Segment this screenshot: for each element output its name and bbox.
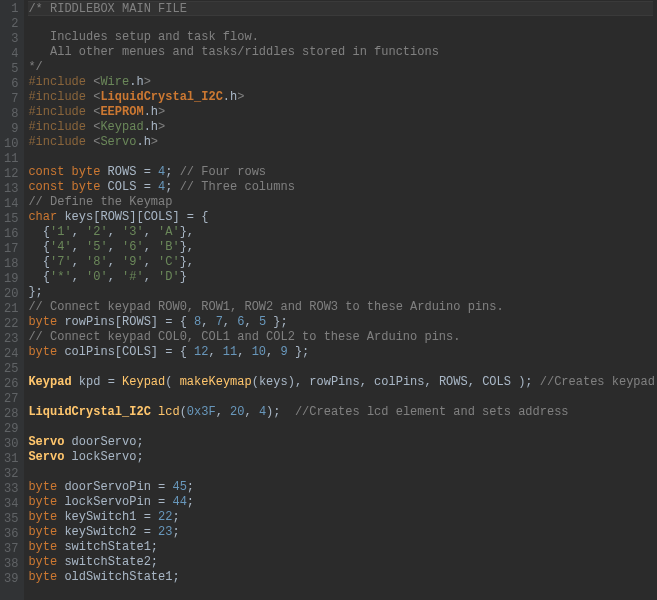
code-line[interactable]: #include <Keypad.h>	[28, 120, 653, 135]
line-number: 7	[4, 92, 18, 107]
code-line[interactable]: */	[28, 60, 653, 75]
code-line[interactable]: // Connect keypad COL0, COL1 and COL2 to…	[28, 330, 653, 345]
code-line[interactable]: {'4', '5', '6', 'B'},	[28, 240, 653, 255]
line-number: 36	[4, 527, 18, 542]
line-number: 8	[4, 107, 18, 122]
line-number: 14	[4, 197, 18, 212]
code-line[interactable]	[28, 390, 653, 405]
line-number: 16	[4, 227, 18, 242]
code-line[interactable]: Includes setup and task flow.	[28, 30, 653, 45]
code-line[interactable]	[28, 465, 653, 480]
code-line[interactable]: /* RIDDLEBOX MAIN FILE	[28, 1, 653, 16]
code-line[interactable]: byte switchState2;	[28, 555, 653, 570]
code-editor[interactable]: 1234567891011121314151617181920212223242…	[0, 0, 657, 600]
line-number: 32	[4, 467, 18, 482]
line-number: 13	[4, 182, 18, 197]
code-line[interactable]: #include <LiquidCrystal_I2C.h>	[28, 90, 653, 105]
code-line[interactable]: const byte COLS = 4; // Three columns	[28, 180, 653, 195]
line-number: 19	[4, 272, 18, 287]
code-line[interactable]: LiquidCrystal_I2C lcd(0x3F, 20, 4); //Cr…	[28, 405, 653, 420]
line-number: 33	[4, 482, 18, 497]
code-line[interactable]: All other menues and tasks/riddles store…	[28, 45, 653, 60]
code-line[interactable]: byte rowPins[ROWS] = { 8, 7, 6, 5 };	[28, 315, 653, 330]
code-line[interactable]	[28, 420, 653, 435]
code-line[interactable]	[28, 360, 653, 375]
line-number: 21	[4, 302, 18, 317]
line-number: 6	[4, 77, 18, 92]
line-number: 18	[4, 257, 18, 272]
line-number: 9	[4, 122, 18, 137]
line-number: 37	[4, 542, 18, 557]
code-line[interactable]: char keys[ROWS][COLS] = {	[28, 210, 653, 225]
line-number: 20	[4, 287, 18, 302]
line-number: 5	[4, 62, 18, 77]
line-number: 25	[4, 362, 18, 377]
line-number-gutter: 1234567891011121314151617181920212223242…	[0, 0, 24, 600]
code-line[interactable]: {'1', '2', '3', 'A'},	[28, 225, 653, 240]
line-number: 3	[4, 32, 18, 47]
code-line[interactable]: #include <EEPROM.h>	[28, 105, 653, 120]
code-line[interactable]: const byte ROWS = 4; // Four rows	[28, 165, 653, 180]
code-line[interactable]: };	[28, 285, 653, 300]
code-line[interactable]: byte lockServoPin = 44;	[28, 495, 653, 510]
line-number: 22	[4, 317, 18, 332]
code-line[interactable]	[28, 15, 653, 30]
code-line[interactable]: #include <Servo.h>	[28, 135, 653, 150]
line-number: 38	[4, 557, 18, 572]
line-number: 29	[4, 422, 18, 437]
line-number: 4	[4, 47, 18, 62]
code-line[interactable]: byte switchState1;	[28, 540, 653, 555]
line-number: 27	[4, 392, 18, 407]
line-number: 34	[4, 497, 18, 512]
code-line[interactable]: byte keySwitch1 = 22;	[28, 510, 653, 525]
line-number: 23	[4, 332, 18, 347]
line-number: 35	[4, 512, 18, 527]
code-line[interactable]: Servo doorServo;	[28, 435, 653, 450]
code-line[interactable]: byte colPins[COLS] = { 12, 11, 10, 9 };	[28, 345, 653, 360]
line-number: 12	[4, 167, 18, 182]
line-number: 10	[4, 137, 18, 152]
line-number: 2	[4, 17, 18, 32]
line-number: 15	[4, 212, 18, 227]
code-line[interactable]: // Connect keypad ROW0, ROW1, ROW2 and R…	[28, 300, 653, 315]
code-line[interactable]: #include <Wire.h>	[28, 75, 653, 90]
line-number: 39	[4, 572, 18, 587]
code-line[interactable]: Servo lockServo;	[28, 450, 653, 465]
code-line[interactable]: Keypad kpd = Keypad( makeKeymap(keys), r…	[28, 375, 653, 390]
code-area[interactable]: /* RIDDLEBOX MAIN FILE Includes setup an…	[24, 0, 657, 600]
line-number: 17	[4, 242, 18, 257]
code-line[interactable]: {'7', '8', '9', 'C'},	[28, 255, 653, 270]
code-line[interactable]: {'*', '0', '#', 'D'}	[28, 270, 653, 285]
code-line[interactable]: byte oldSwitchState1;	[28, 570, 653, 585]
line-number: 31	[4, 452, 18, 467]
line-number: 26	[4, 377, 18, 392]
line-number: 28	[4, 407, 18, 422]
line-number: 1	[4, 2, 18, 17]
line-number: 30	[4, 437, 18, 452]
line-number: 24	[4, 347, 18, 362]
code-line[interactable]: byte keySwitch2 = 23;	[28, 525, 653, 540]
code-line[interactable]: byte doorServoPin = 45;	[28, 480, 653, 495]
code-line[interactable]: // Define the Keymap	[28, 195, 653, 210]
line-number: 11	[4, 152, 18, 167]
code-line[interactable]	[28, 150, 653, 165]
